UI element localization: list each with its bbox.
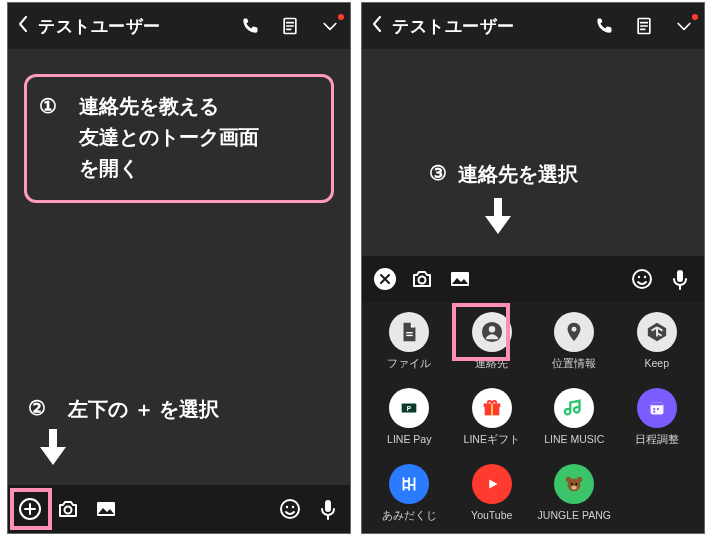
jungle-icon (554, 464, 594, 504)
svg-text:P: P (407, 405, 412, 412)
drawer-item-label: YouTube (471, 509, 512, 521)
step-3-annotation: ③ 連絡先を選択 (418, 161, 578, 234)
drawer-item-label: 連絡先 (475, 357, 508, 371)
notes-icon[interactable] (634, 16, 654, 36)
notes-icon[interactable] (280, 16, 300, 36)
drawer-item-lottery[interactable]: あみだくじ (370, 462, 449, 534)
drawer-item-label: 位置情報 (552, 357, 596, 371)
phone-screenshot-right: テストユーザー ③ 連絡先を選択 (361, 2, 705, 534)
svg-rect-13 (325, 500, 331, 512)
step-1-text-line2: 友達とのトーク画面 (79, 122, 259, 153)
drawer-item-label: LINEギフト (464, 433, 520, 447)
drawer-item-gift[interactable]: LINEギフト (453, 386, 532, 460)
svg-point-24 (644, 276, 646, 278)
gallery-icon[interactable] (94, 497, 118, 521)
youtube-icon (472, 464, 512, 504)
drawer-item-linepay[interactable]: PLINE Pay (370, 386, 449, 460)
call-icon[interactable] (240, 16, 260, 36)
drawer-item-schedule[interactable]: 日程調整 (618, 386, 697, 460)
step-3-number: ③ (418, 161, 458, 188)
drawer-item-label: LINE MUSIC (544, 433, 604, 445)
back-icon[interactable] (18, 16, 28, 36)
svg-rect-39 (653, 408, 655, 410)
keep-icon (637, 312, 677, 352)
svg-point-43 (566, 477, 572, 483)
svg-rect-40 (657, 408, 659, 410)
svg-rect-28 (407, 335, 413, 336)
step-2-text: 左下の ＋ を選択 (68, 396, 219, 423)
plus-icon[interactable] (18, 497, 42, 521)
step-3-text: 連絡先を選択 (458, 161, 578, 188)
svg-point-47 (572, 486, 578, 490)
chat-title: テストユーザー (38, 15, 240, 38)
drawer-item-label: 日程調整 (635, 433, 679, 447)
svg-point-22 (633, 270, 651, 288)
call-icon[interactable] (594, 16, 614, 36)
back-icon[interactable] (372, 16, 382, 36)
svg-point-45 (571, 483, 573, 485)
schedule-icon (637, 388, 677, 428)
svg-rect-36 (491, 403, 493, 415)
music-icon (554, 388, 594, 428)
step-2-number: ② (28, 396, 68, 423)
svg-point-23 (638, 276, 640, 278)
notification-dot (692, 14, 698, 20)
svg-point-44 (577, 477, 583, 483)
location-icon (554, 312, 594, 352)
drawer-item-label: あみだくじ (382, 509, 437, 523)
drawer-item-music[interactable]: LINE MUSIC (535, 386, 614, 460)
step-1-callout: ① 連絡先を教える 友達とのトーク画面 を開く (24, 74, 334, 203)
svg-point-46 (576, 483, 578, 485)
chat-header: テストユーザー (8, 3, 350, 49)
drawer-input-bar (362, 256, 704, 302)
svg-rect-41 (653, 411, 655, 413)
svg-point-31 (572, 327, 577, 332)
drawer-item-location[interactable]: 位置情報 (535, 310, 614, 384)
drawer-item-label: LINE Pay (387, 433, 431, 445)
svg-rect-19 (494, 198, 502, 218)
svg-rect-25 (677, 270, 683, 282)
drawer-item-label: ファイル (387, 357, 431, 371)
menu-icon[interactable] (320, 16, 340, 36)
emoji-icon[interactable] (278, 497, 302, 521)
camera-icon[interactable] (410, 267, 434, 291)
phone-screenshot-left: テストユーザー ① 連絡先を教える (7, 2, 351, 534)
svg-point-11 (286, 506, 288, 508)
gallery-icon[interactable] (448, 267, 472, 291)
step-1-text-line3: を開く (79, 153, 259, 184)
chat-header: テストユーザー (362, 3, 704, 49)
gift-icon (472, 388, 512, 428)
chat-input-bar (8, 485, 350, 533)
notification-dot (338, 14, 344, 20)
drawer-item-keep[interactable]: Keep (618, 310, 697, 384)
contact-icon (472, 312, 512, 352)
svg-point-8 (65, 507, 72, 514)
chat-body: ① 連絡先を教える 友達とのトーク画面 を開く ② 左下の ＋ を選択 (8, 49, 350, 485)
drawer-item-youtube[interactable]: YouTube (453, 462, 532, 534)
arrow-down-icon (38, 429, 219, 465)
svg-point-10 (281, 500, 299, 518)
file-icon (389, 312, 429, 352)
chat-title: テストユーザー (392, 15, 594, 38)
arrow-down-icon (483, 198, 513, 234)
svg-rect-27 (407, 332, 413, 333)
linepay-icon: P (389, 388, 429, 428)
svg-rect-4 (49, 429, 57, 449)
drawer-item-contact[interactable]: 連絡先 (453, 310, 532, 384)
emoji-icon[interactable] (630, 267, 654, 291)
drawer-item-jungle[interactable]: JUNGLE PANG (535, 462, 614, 534)
drawer-item-file[interactable]: ファイル (370, 310, 449, 384)
step-2-annotation: ② 左下の ＋ を選択 (28, 396, 219, 465)
step-1-text-line1: 連絡先を教える (79, 91, 259, 122)
drawer-item-label: Keep (644, 357, 669, 369)
close-icon[interactable] (374, 268, 396, 290)
step-1-number: ① (39, 91, 79, 184)
svg-point-30 (489, 326, 495, 332)
svg-point-12 (292, 506, 294, 508)
svg-rect-38 (650, 403, 663, 406)
mic-icon[interactable] (668, 267, 692, 291)
menu-icon[interactable] (674, 16, 694, 36)
mic-icon[interactable] (316, 497, 340, 521)
camera-icon[interactable] (56, 497, 80, 521)
attachment-drawer: ファイル連絡先位置情報KeepPLINE PayLINEギフトLINE MUSI… (362, 302, 704, 533)
